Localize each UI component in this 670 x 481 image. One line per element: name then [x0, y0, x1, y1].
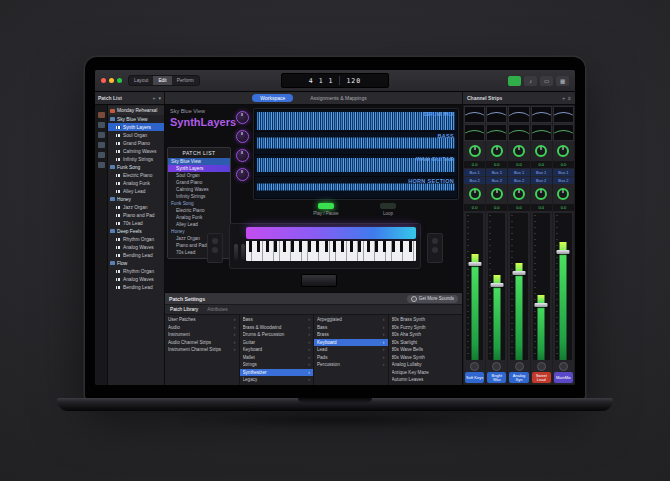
screen-knob[interactable]: [236, 168, 249, 181]
fader-cap[interactable]: [557, 250, 570, 254]
pitch-mod-wheels[interactable]: [234, 244, 245, 260]
plugin-display[interactable]: [508, 124, 529, 141]
keyboard-keys[interactable]: [246, 241, 416, 261]
strip-name-chip[interactable]: Sweet Lead: [532, 372, 551, 383]
screen-button-loop[interactable]: Loop: [365, 203, 411, 216]
library-item[interactable]: Keyboard›: [314, 339, 388, 347]
zoom-button[interactable]: [117, 78, 122, 83]
mode-button-layout[interactable]: Layout: [129, 76, 153, 85]
patch-row[interactable]: Electric Piano: [108, 171, 164, 179]
widget-patch-row[interactable]: Analog Funk: [168, 214, 230, 221]
gain-knob[interactable]: [557, 145, 569, 157]
patch-row[interactable]: Analog Waves: [108, 243, 164, 251]
set-row[interactable]: Honey: [108, 195, 164, 203]
mode-button-edit[interactable]: Edit: [153, 76, 171, 85]
library-item[interactable]: User Patches›: [165, 316, 239, 324]
set-row[interactable]: Deep Feels: [108, 227, 164, 235]
gain-knob[interactable]: [513, 145, 525, 157]
library-item[interactable]: 80s Aha Synth: [389, 331, 463, 339]
library-item[interactable]: 80s Wave Synth: [389, 354, 463, 362]
screen-button-play-pause[interactable]: Play / Pause: [303, 203, 349, 216]
library-item[interactable]: Brass & Woodwind›: [240, 324, 314, 332]
pitch-wheel[interactable]: [234, 244, 238, 260]
volume-fader[interactable]: [510, 213, 527, 360]
widget-patch-row[interactable]: Electric Piano: [168, 207, 230, 214]
mod-wheel[interactable]: [241, 244, 245, 260]
library-item[interactable]: Drums & Percussion›: [240, 331, 314, 339]
strip-name-chip[interactable]: Analog Syn: [509, 372, 528, 383]
gain-knob[interactable]: [491, 145, 503, 157]
library-item[interactable]: Pads›: [314, 354, 388, 362]
compressor-knob[interactable]: [557, 188, 569, 200]
strip-name-chip[interactable]: MainMix: [554, 372, 573, 383]
library-item[interactable]: Audio Channel Strips›: [165, 339, 239, 347]
widget-patch-row[interactable]: Grand Piano: [168, 179, 230, 186]
compressor-knob[interactable]: [469, 188, 481, 200]
library-item[interactable]: Synthesizer›: [240, 369, 314, 377]
library-item[interactable]: Keyboard›: [240, 346, 314, 354]
send-slot[interactable]: Bus 1: [464, 169, 485, 176]
panel-toggle-icon[interactable]: ▭: [540, 76, 553, 86]
strip-name-chip[interactable]: Soft Keys: [465, 372, 484, 383]
library-item[interactable]: Bass›: [314, 324, 388, 332]
library-item[interactable]: Lead›: [314, 346, 388, 354]
screen-knob[interactable]: [236, 111, 249, 124]
fader-cap[interactable]: [513, 271, 526, 275]
widget-patch-row[interactable]: Alley Lead: [168, 221, 230, 228]
plugin-display[interactable]: [531, 124, 552, 141]
pan-knob[interactable]: [553, 362, 574, 371]
library-item[interactable]: Strings›: [240, 361, 314, 369]
screen-knob[interactable]: [236, 149, 249, 162]
patch-row[interactable]: Infinity Strings: [108, 155, 164, 163]
patch-row[interactable]: Piano and Pad: [108, 211, 164, 219]
volume-fader[interactable]: [466, 213, 483, 360]
waveform-track[interactable]: WAH GUITAR: [255, 155, 457, 176]
library-item[interactable]: 80s Wave Bells: [389, 346, 463, 354]
patch-row[interactable]: Jazz Organ: [108, 203, 164, 211]
plugin-display[interactable]: [464, 124, 485, 141]
plugin-display[interactable]: [486, 124, 507, 141]
library-item[interactable]: 80s Fuzzy Synth: [389, 324, 463, 332]
eq-display[interactable]: [464, 106, 485, 123]
mode-button-perform[interactable]: Perform: [172, 76, 199, 85]
gain-knob[interactable]: [535, 145, 547, 157]
volume-fader[interactable]: [533, 213, 550, 360]
patch-row[interactable]: Calming Waves: [108, 147, 164, 155]
patch-row[interactable]: Alley Lead: [108, 187, 164, 195]
volume-fader[interactable]: [555, 213, 572, 360]
set-shortcut-icon[interactable]: [98, 142, 105, 148]
send-slot[interactable]: Bus 1: [531, 169, 552, 176]
send-slot[interactable]: Bus 1: [486, 169, 507, 176]
patch-row[interactable]: Bending Lead: [108, 283, 164, 291]
fader-cap[interactable]: [535, 303, 548, 307]
tab-assignments-mappings[interactable]: Assignments & Mappings: [302, 94, 374, 102]
library-item[interactable]: Percussion›: [314, 361, 388, 369]
concert-shortcut-icon[interactable]: [98, 112, 105, 118]
library-item[interactable]: Audio›: [165, 324, 239, 332]
set-shortcut-icon[interactable]: [98, 132, 105, 138]
library-tab-patch-library[interactable]: Patch Library: [170, 307, 198, 312]
waveform-display[interactable]: DRUM MIXBASSWAH GUITARHORN SECTION: [253, 108, 459, 200]
widget-patch-row[interactable]: Calming Waves: [168, 186, 230, 193]
patch-row[interactable]: Analog Funk: [108, 179, 164, 187]
screen-knob[interactable]: [236, 130, 249, 143]
send-slot[interactable]: Bus 2: [464, 177, 485, 184]
widget-patch-row[interactable]: Soul Organ: [168, 172, 230, 179]
widget-patch-row[interactable]: Synth Layers: [168, 165, 230, 172]
library-item[interactable]: Analog Lullaby: [389, 361, 463, 369]
add-patch-icon[interactable]: +: [153, 95, 156, 101]
close-button[interactable]: [101, 78, 106, 83]
library-item[interactable]: Legacy›: [240, 376, 314, 384]
send-slot[interactable]: Bus 2: [531, 177, 552, 184]
send-slot[interactable]: Bus 2: [486, 177, 507, 184]
library-item[interactable]: Brass›: [314, 331, 388, 339]
pedal-graphic[interactable]: [301, 274, 337, 287]
plugin-display[interactable]: [553, 124, 574, 141]
metronome-icon[interactable]: ♪: [524, 76, 537, 86]
pan-knob[interactable]: [508, 362, 529, 371]
waveform-track[interactable]: BASS: [255, 132, 457, 153]
eq-display[interactable]: [531, 106, 552, 123]
waveform-track[interactable]: HORN SECTION: [255, 177, 457, 198]
library-item[interactable]: Bass›: [240, 316, 314, 324]
fader-cap[interactable]: [468, 262, 481, 266]
